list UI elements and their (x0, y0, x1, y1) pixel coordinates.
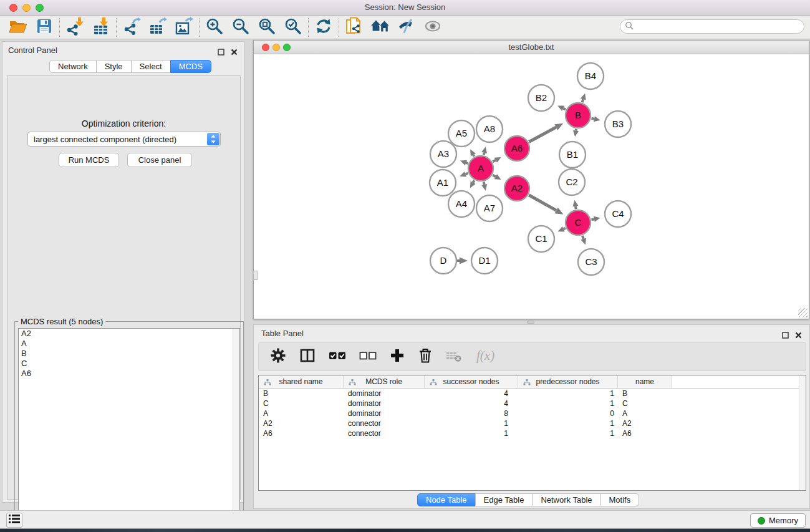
save-session-button[interactable] (31, 17, 57, 38)
tab-mcds[interactable]: MCDS (170, 60, 211, 73)
graph-node-B4[interactable]: B4 (577, 63, 604, 89)
graph-node-D1[interactable]: D1 (471, 248, 498, 274)
graph-edge-A-A8[interactable] (481, 147, 487, 155)
close-panel-icon[interactable] (795, 330, 802, 341)
network-canvas[interactable]: B4B2BB3A8A5A6A3B1AC2A1A2A4A7C4CC1C3DD1 (254, 54, 809, 319)
toggle-columns-button[interactable] (299, 347, 316, 366)
mcds-result-item[interactable]: A2 (19, 329, 239, 339)
graph-node-A8[interactable]: A8 (476, 116, 503, 142)
graph-edge-C-C3[interactable] (581, 236, 586, 245)
delete-table-button[interactable] (446, 348, 462, 365)
open-session-button[interactable] (5, 17, 31, 38)
mcds-result-item[interactable]: A (19, 339, 239, 349)
graph-edge-A-A1[interactable] (460, 172, 468, 177)
graph-edge-B-B2[interactable] (557, 105, 566, 110)
graph-edge-A2-C[interactable] (529, 195, 563, 215)
graph-edge-C-C4[interactable] (591, 216, 600, 222)
column-header-predecessor-nodes[interactable]: predecessor nodes (518, 375, 618, 388)
search-input[interactable] (634, 21, 804, 32)
tab-style[interactable]: Style (96, 60, 132, 73)
graph-node-C4[interactable]: C4 (605, 201, 631, 227)
graph-node-B[interactable]: B (566, 103, 591, 128)
delete-columns-button[interactable] (418, 347, 433, 366)
zoom-out-button[interactable] (228, 17, 254, 38)
close-panel-button[interactable]: Close panel (127, 153, 192, 167)
graph-edge-B-B1[interactable] (573, 129, 579, 137)
table-row[interactable]: Adominator80A (259, 409, 806, 418)
graph-node-D[interactable]: D (430, 248, 456, 274)
show-panels-button[interactable] (6, 513, 22, 528)
graph-edge-C-C2[interactable] (572, 200, 578, 210)
graph-node-A2[interactable]: A2 (504, 176, 529, 201)
export-image-button[interactable] (171, 17, 197, 38)
zoom-in-button[interactable] (201, 17, 228, 38)
graph-node-A[interactable]: A (468, 156, 493, 181)
function-builder-button[interactable]: f(x) (475, 347, 503, 366)
zoom-selected-button[interactable] (280, 17, 306, 38)
graph-edge-B-B3[interactable] (591, 116, 600, 122)
graph-edge-A-A5[interactable] (470, 149, 476, 156)
table-row[interactable]: Cdominator41C (259, 399, 806, 409)
export-table-button[interactable] (145, 17, 171, 38)
column-header-mcds-role[interactable]: MCDS role (344, 375, 425, 388)
refresh-button[interactable] (311, 17, 337, 38)
tab-network[interactable]: Network (49, 60, 97, 73)
criterion-dropdown[interactable]: largest connected component (directed) (27, 132, 221, 147)
graph-edge-A-A7[interactable] (481, 181, 487, 190)
graph-edge-B-B4[interactable] (581, 94, 586, 102)
graph-node-B3[interactable]: B3 (605, 111, 631, 137)
float-panel-icon[interactable] (782, 330, 789, 341)
hide-selected-button[interactable] (393, 17, 420, 38)
scrollbar[interactable] (799, 375, 806, 490)
splitter-grip[interactable] (253, 271, 258, 280)
import-network-button[interactable] (62, 17, 88, 38)
memory-button[interactable]: Memory (750, 513, 806, 528)
run-mcds-button[interactable]: Run MCDS (59, 153, 119, 167)
float-panel-icon[interactable] (218, 47, 224, 58)
graph-node-A7[interactable]: A7 (476, 195, 503, 221)
mcds-result-item[interactable]: A6 (19, 369, 239, 379)
graph-edge-A6-B[interactable] (529, 123, 563, 142)
column-header-shared-name[interactable]: shared name (259, 375, 344, 388)
resize-grip-icon[interactable] (798, 308, 808, 317)
graph-edge-D-D1[interactable] (457, 258, 468, 264)
graph-edge-A-A3[interactable] (460, 160, 468, 166)
table-row[interactable]: Bdominator41B (259, 389, 806, 399)
column-header-name[interactable]: name (618, 375, 672, 388)
export-network-button[interactable] (118, 17, 145, 38)
graph-node-A1[interactable]: A1 (430, 170, 456, 196)
graph-node-A6[interactable]: A6 (504, 136, 529, 161)
graph-node-A4[interactable]: A4 (448, 191, 475, 217)
mcds-result-item[interactable]: B (19, 349, 239, 359)
graph-node-C[interactable]: C (566, 210, 591, 235)
table-row[interactable]: A2connector11A2 (259, 418, 806, 428)
close-panel-icon[interactable] (231, 47, 238, 58)
show-all-button[interactable] (420, 17, 446, 38)
network-window-titlebar[interactable]: testGlobe.txt (254, 41, 809, 54)
tab-node-table[interactable]: Node Table (417, 493, 476, 506)
layout-home-button[interactable] (367, 17, 393, 38)
horizontal-splitter-grip[interactable] (527, 321, 534, 324)
graph-node-C3[interactable]: C3 (578, 249, 604, 275)
column-header-successor-nodes[interactable]: successor nodes (425, 375, 518, 388)
tab-select[interactable]: Select (131, 60, 171, 73)
select-all-button[interactable] (329, 350, 346, 364)
graph-node-A5[interactable]: A5 (448, 120, 475, 147)
new-network-from-selection-button[interactable] (341, 17, 367, 38)
graph-edge-A-A2[interactable] (493, 174, 501, 180)
tab-edge-table[interactable]: Edge Table (475, 493, 533, 506)
graph-node-B1[interactable]: B1 (559, 142, 586, 168)
graph-node-A3[interactable]: A3 (430, 141, 456, 167)
graph-node-C2[interactable]: C2 (559, 169, 585, 195)
fit-content-button[interactable] (254, 17, 280, 38)
graph-node-B2[interactable]: B2 (528, 85, 554, 111)
table-settings-button[interactable] (270, 347, 286, 366)
tab-motifs[interactable]: Motifs (600, 493, 640, 506)
mcds-result-list[interactable]: A2ABCA6 (18, 328, 240, 530)
graph-node-C1[interactable]: C1 (528, 226, 554, 252)
graph-edge-A-A4[interactable] (470, 180, 476, 188)
deselect-all-button[interactable] (359, 350, 377, 364)
graph-edge-C-C1[interactable] (558, 226, 566, 231)
scrollbar[interactable] (233, 329, 239, 529)
graph-edge-A-A6[interactable] (493, 157, 501, 163)
